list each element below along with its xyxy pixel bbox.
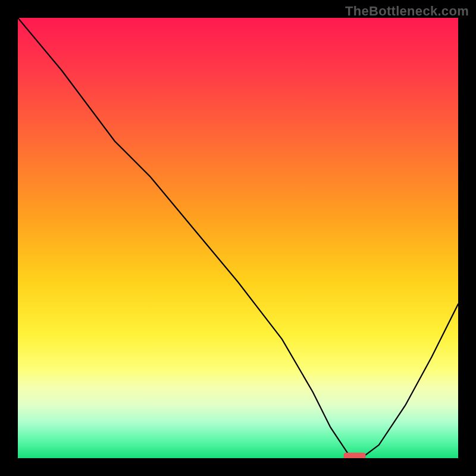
optimum-indicator bbox=[344, 453, 366, 458]
watermark-text: TheBottleneck.com bbox=[345, 4, 469, 19]
bottleneck-curve bbox=[18, 18, 458, 458]
chart-overlay bbox=[18, 18, 458, 458]
chart-frame: TheBottleneck.com bbox=[0, 0, 476, 476]
